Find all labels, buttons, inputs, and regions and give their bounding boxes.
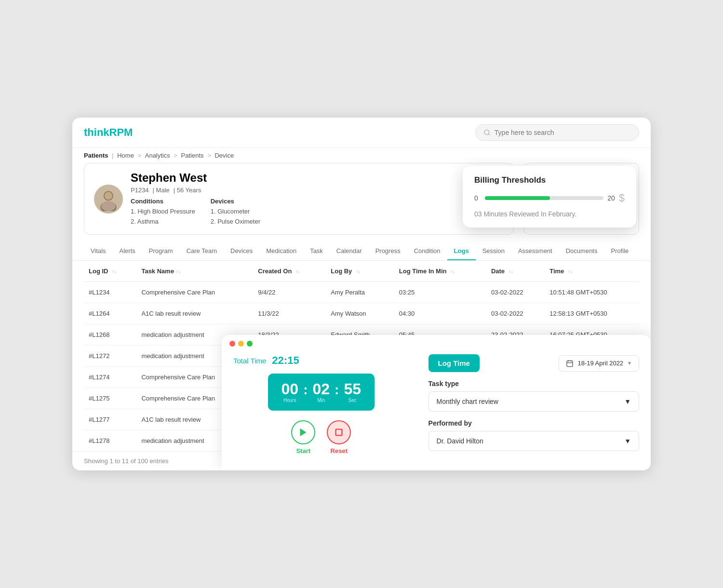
traffic-light-red xyxy=(229,341,235,347)
tab-progress[interactable]: Progress xyxy=(369,242,407,260)
svg-rect-7 xyxy=(336,429,342,436)
start-button[interactable]: Start xyxy=(291,420,315,454)
col-created-on[interactable]: Created On ↑↓ xyxy=(253,261,326,282)
tab-documents[interactable]: Documents xyxy=(559,242,604,260)
timer-hours-unit: 00 Hours xyxy=(281,381,299,403)
reset-circle xyxy=(327,420,351,444)
cell-created-on: 11/3/22 xyxy=(253,303,326,324)
patient-name: Stephen West xyxy=(131,171,260,185)
reset-button[interactable]: Reset xyxy=(327,420,351,454)
table-row: #L1234 Comprehensive Care Plan 9/4/22 Am… xyxy=(84,282,639,303)
cell-log-id: #L1277 xyxy=(84,409,136,430)
timer-display: 00 Hours : 02 Min : 55 Sec xyxy=(268,374,375,411)
tab-devices[interactable]: Devices xyxy=(224,242,259,260)
tab-logs[interactable]: Logs xyxy=(447,242,476,260)
modal-header-row: Log Time 18-19 April 2022 ▼ xyxy=(428,354,639,372)
cell-log-id: #L1264 xyxy=(84,303,136,324)
timer-colon-2: : xyxy=(335,382,339,398)
timer-minutes-unit: 02 Min xyxy=(312,381,330,403)
search-input[interactable] xyxy=(495,129,631,136)
date-range-button[interactable]: 18-19 April 2022 ▼ xyxy=(559,355,639,372)
tab-condition[interactable]: Condition xyxy=(407,242,447,260)
tab-calendar[interactable]: Calendar xyxy=(330,242,369,260)
performed-by-chevron: ▼ xyxy=(624,437,631,445)
col-date[interactable]: Date ↑↓ xyxy=(486,261,545,282)
conditions-col: Conditions 1. High Blood Pressure 2. Ast… xyxy=(131,198,195,227)
tab-profile[interactable]: Profile xyxy=(604,242,635,260)
cell-date: 03-02-2022 xyxy=(486,303,545,324)
breadcrumb-arrow-3: > xyxy=(207,152,213,159)
date-range-chevron: ▼ xyxy=(627,361,632,366)
sort-icon-created: ↑↓ xyxy=(295,269,300,274)
timer-minutes: 02 xyxy=(312,381,330,397)
timer-controls: Start Reset xyxy=(291,420,351,454)
breadcrumb: Patients | Home > Analytics > Patients >… xyxy=(72,148,651,163)
tab-alerts[interactable]: Alerts xyxy=(113,242,142,260)
cell-time: 12:58:13 GMT+0530 xyxy=(545,303,639,324)
col-log-time[interactable]: Log Time In Min ↑↓ xyxy=(394,261,486,282)
cell-log-id: #L1275 xyxy=(84,388,136,409)
svg-marker-6 xyxy=(300,428,307,437)
sort-icon-time-col: ↑↓ xyxy=(568,269,573,274)
col-log-by[interactable]: Log By ↑↓ xyxy=(326,261,394,282)
timer-seconds-unit: 55 Sec xyxy=(344,381,361,403)
task-type-label: Task type xyxy=(428,380,639,388)
col-task-name[interactable]: Task Name↑↓ xyxy=(136,261,253,282)
breadcrumb-arrow-2: > xyxy=(174,152,179,159)
breadcrumb-patients[interactable]: Patients xyxy=(181,152,204,159)
traffic-light-yellow xyxy=(238,341,244,347)
calendar-icon xyxy=(566,360,574,367)
svg-point-5 xyxy=(101,201,116,211)
performed-by-select[interactable]: Dr. David Hilton ▼ xyxy=(428,431,639,451)
table-row: #L1264 A1C lab result review 11/3/22 Amy… xyxy=(84,303,639,324)
modal-left: Total Time 22:15 00 Hours : 02 Min : xyxy=(233,354,409,459)
cell-log-id: #L1278 xyxy=(84,430,136,452)
patient-card: Stephen West P1234| Male| 56 Years Condi… xyxy=(84,163,514,235)
breadcrumb-home[interactable]: Home xyxy=(117,152,134,159)
traffic-lights xyxy=(222,335,651,347)
modal-content: Total Time 22:15 00 Hours : 02 Min : xyxy=(222,347,651,470)
tab-session[interactable]: Session xyxy=(476,242,511,260)
tab-medication[interactable]: Medication xyxy=(259,242,303,260)
svg-point-4 xyxy=(105,192,113,200)
cell-log-id: #L1268 xyxy=(84,324,136,346)
devices-col: Devices 1. Glucometer 2. Pulse Oximeter xyxy=(211,198,260,227)
search-bar[interactable] xyxy=(475,124,639,141)
billing-popup: Billing Thresholds 0 20 $ 03 Minutes Rev… xyxy=(463,166,636,227)
timer-colon-1: : xyxy=(303,382,308,398)
reset-label: Reset xyxy=(331,447,348,454)
breadcrumb-analytics[interactable]: Analytics xyxy=(145,152,170,159)
breadcrumb-arrow-1: > xyxy=(138,152,143,159)
billing-track[interactable] xyxy=(485,196,603,200)
billing-fill xyxy=(485,196,550,200)
task-type-select[interactable]: Monthly chart review ▼ xyxy=(428,391,639,412)
svg-point-0 xyxy=(484,130,489,134)
tab-vitals[interactable]: Vitals xyxy=(84,242,113,260)
breadcrumb-separator-1: | xyxy=(112,152,115,159)
svg-line-1 xyxy=(488,134,490,135)
col-time[interactable]: Time ↑↓ xyxy=(545,261,639,282)
sort-icon-time: ↑↓ xyxy=(450,269,455,274)
cell-task-name: A1C lab result review xyxy=(136,303,253,324)
conditions-label: Conditions xyxy=(131,198,195,205)
billing-text: 03 Minutes Reviewed In February. xyxy=(474,210,625,218)
cell-log-by: Amy Watson xyxy=(326,303,394,324)
date-range-text: 18-19 April 2022 xyxy=(577,360,623,367)
timer-seconds-label: Sec xyxy=(348,398,357,403)
log-modal: Total Time 22:15 00 Hours : 02 Min : xyxy=(222,335,651,470)
billing-title: Billing Thresholds xyxy=(474,175,625,185)
avatar xyxy=(94,185,123,214)
device-1: 1. Glucometer xyxy=(211,207,260,217)
devices-label: Devices xyxy=(211,198,260,205)
sort-icon-log-by: ↑↓ xyxy=(356,269,361,274)
tab-care-team[interactable]: Care Team xyxy=(180,242,224,260)
breadcrumb-device[interactable]: Device xyxy=(214,152,234,159)
device-2: 2. Pulse Oximeter xyxy=(211,217,260,227)
cell-log-time: 03:25 xyxy=(394,282,486,303)
tab-assessment[interactable]: Assessment xyxy=(511,242,559,260)
tab-task[interactable]: Task xyxy=(303,242,330,260)
task-type-chevron: ▼ xyxy=(624,398,631,405)
tab-program[interactable]: Program xyxy=(142,242,180,260)
log-time-button[interactable]: Log Time xyxy=(428,354,480,372)
col-log-id[interactable]: Log ID ↑↓ xyxy=(84,261,136,282)
